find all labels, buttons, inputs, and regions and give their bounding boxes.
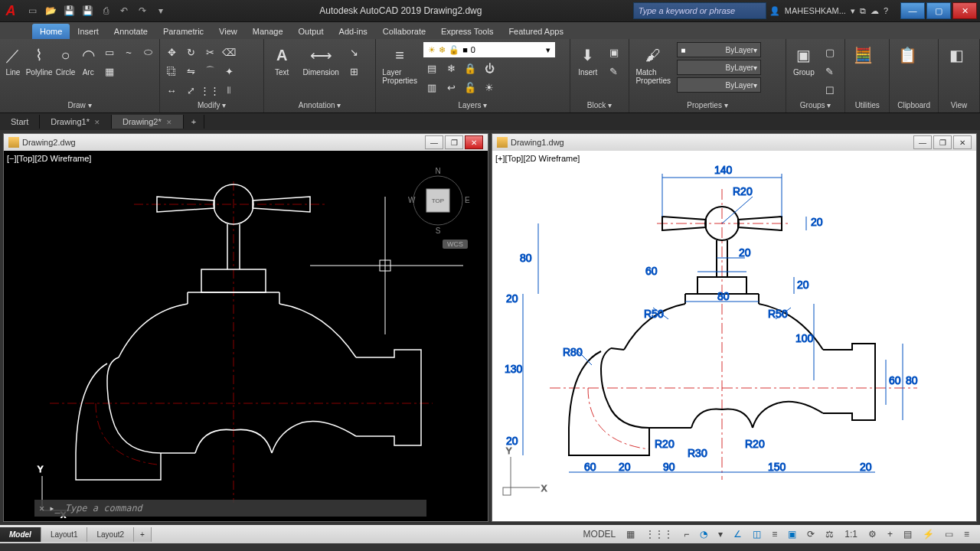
cloud-icon[interactable]: ☁ bbox=[871, 6, 879, 16]
customize-icon[interactable]: ≡ bbox=[959, 527, 974, 541]
wcs-label[interactable]: WCS bbox=[443, 240, 468, 249]
tool-scale-icon[interactable]: ⤢ bbox=[182, 82, 199, 99]
close-icon[interactable]: ✕ bbox=[94, 119, 100, 126]
qat-print[interactable]: ⎙ bbox=[98, 3, 113, 18]
layer-on-icon[interactable]: ☀ bbox=[481, 79, 498, 96]
tool-polyline[interactable]: ⌇Polyline bbox=[26, 41, 53, 77]
tool-spline-icon[interactable]: ~ bbox=[120, 44, 137, 60]
viewcube[interactable]: N S W E TOP WCS bbox=[403, 166, 472, 235]
qat-save[interactable]: 💾 bbox=[61, 3, 77, 18]
tool-rectangle-icon[interactable]: ▭ bbox=[101, 44, 118, 60]
layer-freeze-icon[interactable]: ❄ bbox=[443, 60, 459, 77]
tab-annotate[interactable]: Annotate bbox=[106, 24, 155, 39]
transparency-icon[interactable]: ▣ bbox=[783, 527, 801, 541]
tool-ellipse-icon[interactable]: ⬭ bbox=[139, 44, 156, 60]
new-doc-tab[interactable]: + bbox=[184, 115, 204, 129]
doc-tab-drawing2[interactable]: Drawing2*✕ bbox=[112, 115, 184, 129]
color-dropdown[interactable]: ■ByLayer ▾ bbox=[677, 42, 761, 57]
search-box[interactable]: Type a keyword or phrase bbox=[633, 2, 766, 19]
tool-trim-icon[interactable]: ✂ bbox=[201, 44, 218, 60]
tool-clipboard[interactable]: 📋 bbox=[893, 41, 922, 67]
tool-group[interactable]: ▣Group bbox=[789, 41, 818, 77]
layer-match-icon[interactable]: ▥ bbox=[423, 79, 440, 96]
qat-undo[interactable]: ↶ bbox=[116, 3, 132, 18]
left-restore-button[interactable]: ❐ bbox=[445, 135, 463, 149]
tool-view[interactable]: ◧ bbox=[942, 41, 971, 67]
tool-mirror-icon[interactable]: ⇋ bbox=[182, 63, 199, 80]
tool-matchprops[interactable]: 🖌Match Properties bbox=[632, 41, 674, 85]
tab-expresstools[interactable]: Express Tools bbox=[433, 24, 501, 39]
snap-icon[interactable]: ⋮⋮⋮ bbox=[641, 527, 678, 541]
tool-fillet-icon[interactable]: ⌒ bbox=[201, 63, 218, 80]
infocenter-icon[interactable]: ⧉ bbox=[860, 6, 866, 16]
signin-icon[interactable]: 👤 bbox=[769, 6, 780, 16]
tool-stretch-icon[interactable]: ↔ bbox=[163, 82, 180, 99]
grid-icon[interactable]: ▦ bbox=[622, 527, 639, 541]
panel-view-title[interactable]: View bbox=[942, 99, 976, 111]
isolate-icon[interactable]: ▤ bbox=[899, 527, 916, 541]
tab-home[interactable]: Home bbox=[32, 24, 70, 39]
left-close-button[interactable]: ✕ bbox=[465, 135, 483, 149]
qat-more[interactable]: ▾ bbox=[153, 3, 168, 18]
panel-properties-title[interactable]: Properties ▾ bbox=[632, 99, 782, 111]
panel-block-title[interactable]: Block ▾ bbox=[573, 99, 626, 111]
close-button[interactable]: ✕ bbox=[952, 2, 977, 19]
panel-clipboard-title[interactable]: Clipboard bbox=[893, 99, 935, 111]
tab-parametric[interactable]: Parametric bbox=[155, 24, 211, 39]
lweight-icon[interactable]: ≡ bbox=[767, 527, 782, 541]
annomon-icon[interactable]: + bbox=[883, 527, 897, 541]
group-select-icon[interactable]: ☐ bbox=[822, 82, 838, 99]
panel-layers-title[interactable]: Layers ▾ bbox=[379, 99, 567, 111]
panel-groups-title[interactable]: Groups ▾ bbox=[789, 99, 841, 111]
ortho-icon[interactable]: ⌐ bbox=[679, 527, 694, 541]
panel-annotation-title[interactable]: Annotation ▾ bbox=[267, 99, 372, 111]
user-dropdown-icon[interactable]: ▾ bbox=[851, 6, 855, 16]
linetype-dropdown[interactable]: ByLayer ▾ bbox=[677, 60, 761, 75]
doc-tab-start[interactable]: Start bbox=[0, 115, 40, 129]
tool-copy-icon[interactable]: ⿻ bbox=[163, 63, 180, 80]
qat-saveas[interactable]: 💾 bbox=[80, 3, 95, 18]
maximize-button[interactable]: ▢ bbox=[926, 2, 951, 19]
tool-erase-icon[interactable]: ⌫ bbox=[220, 44, 237, 60]
doc-tab-drawing1[interactable]: Drawing1*✕ bbox=[40, 115, 112, 129]
panel-draw-title[interactable]: Draw ▾ bbox=[3, 99, 156, 111]
add-layout-button[interactable]: + bbox=[134, 527, 152, 542]
polar-icon[interactable]: ◔ bbox=[695, 527, 712, 541]
panel-modify-title[interactable]: Modify ▾ bbox=[163, 99, 260, 111]
right-restore-button[interactable]: ❐ bbox=[933, 135, 952, 149]
cmd-close-icon[interactable]: ✕ bbox=[39, 503, 44, 514]
layer-prev-icon[interactable]: ↩ bbox=[443, 79, 459, 96]
app-logo[interactable]: A bbox=[0, 0, 21, 21]
isodraft-icon[interactable]: ▾ bbox=[714, 527, 727, 541]
tool-hatch-icon[interactable]: ▦ bbox=[101, 63, 118, 80]
layout-tab-layout1[interactable]: Layout1 bbox=[41, 527, 88, 542]
left-minimize-button[interactable]: — bbox=[425, 135, 443, 149]
tool-arc[interactable]: ◠Arc bbox=[78, 41, 98, 77]
panel-utilities-title[interactable]: Utilities bbox=[848, 99, 886, 111]
tool-utilities[interactable]: 🧮 bbox=[848, 41, 877, 67]
hardware-icon[interactable]: ⚡ bbox=[918, 527, 939, 541]
user-name[interactable]: MAHESHKAM... bbox=[785, 6, 846, 15]
tool-create-block-icon[interactable]: ▣ bbox=[606, 44, 622, 60]
status-model[interactable]: MODEL bbox=[579, 527, 621, 541]
layer-unlock-icon[interactable]: 🔓 bbox=[462, 79, 479, 96]
tab-insert[interactable]: Insert bbox=[70, 24, 106, 39]
help-icon[interactable]: ? bbox=[884, 6, 888, 15]
lineweight-dropdown[interactable]: ByLayer ▾ bbox=[677, 77, 761, 93]
tab-manage[interactable]: Manage bbox=[245, 24, 291, 39]
close-icon[interactable]: ✕ bbox=[166, 119, 172, 126]
layout-tab-layout2[interactable]: Layout2 bbox=[87, 527, 134, 542]
tool-offset-icon[interactable]: ⫴ bbox=[220, 82, 237, 99]
tool-explode-icon[interactable]: ✦ bbox=[220, 63, 237, 80]
scale-display[interactable]: 1:1 bbox=[840, 527, 862, 541]
workspace-icon[interactable]: ⚙ bbox=[864, 527, 881, 541]
qat-redo[interactable]: ↷ bbox=[135, 3, 150, 18]
layer-iso-icon[interactable]: ▤ bbox=[423, 60, 440, 77]
tool-rotate-icon[interactable]: ↻ bbox=[182, 44, 199, 60]
cycling-icon[interactable]: ⟳ bbox=[802, 527, 819, 541]
layer-dropdown[interactable]: ☀❄🔓 ■0 ▾ bbox=[423, 42, 555, 57]
right-close-button[interactable]: ✕ bbox=[953, 135, 972, 149]
tool-table-icon[interactable]: ⊞ bbox=[345, 63, 362, 80]
tool-edit-block-icon[interactable]: ✎ bbox=[606, 63, 622, 80]
tool-insert-block[interactable]: ⬇Insert bbox=[573, 41, 603, 77]
